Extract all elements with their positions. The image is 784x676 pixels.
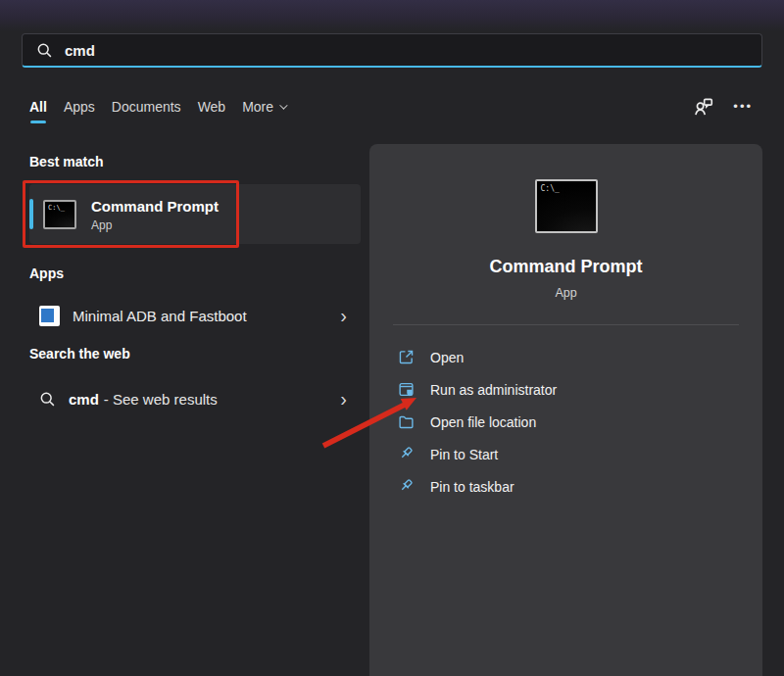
chevron-down-icon bbox=[279, 101, 287, 109]
tab-more[interactable]: More bbox=[242, 99, 285, 115]
windows-search-flyout: cmd All Apps Documents Web More ••• Best… bbox=[0, 0, 784, 676]
apps-header: Apps bbox=[29, 266, 64, 281]
best-match-app-name: Command Prompt bbox=[91, 197, 219, 216]
action-open-file-location[interactable]: Open file location bbox=[369, 406, 762, 438]
minimal-adb-app-icon bbox=[39, 306, 60, 326]
action-pin-to-start[interactable]: Pin to Start bbox=[369, 438, 762, 470]
tab-documents[interactable]: Documents bbox=[112, 99, 181, 115]
selection-accent-bar bbox=[29, 199, 33, 229]
command-prompt-icon-large: C:\_ bbox=[535, 179, 598, 233]
action-run-as-administrator[interactable]: Run as administrator bbox=[369, 373, 762, 406]
result-label: Minimal ADB and Fastboot bbox=[73, 308, 327, 324]
pin-icon bbox=[397, 446, 415, 463]
folder-icon bbox=[397, 413, 415, 431]
preview-app-name: Command Prompt bbox=[369, 257, 762, 277]
chevron-right-icon: › bbox=[340, 306, 347, 325]
preview-app-type: App bbox=[369, 286, 762, 300]
admin-shield-window-icon bbox=[397, 381, 415, 399]
best-match-app-type: App bbox=[91, 218, 219, 232]
search-input-value[interactable]: cmd bbox=[65, 42, 95, 59]
open-external-icon bbox=[397, 349, 415, 366]
best-match-header: Best match bbox=[29, 154, 103, 169]
header-icons: ••• bbox=[693, 94, 753, 120]
chevron-right-icon: › bbox=[340, 389, 347, 409]
search-input[interactable]: cmd bbox=[22, 33, 762, 68]
more-options-icon[interactable]: ••• bbox=[733, 94, 753, 120]
web-result-label: cmd- See web results bbox=[69, 391, 327, 408]
search-icon bbox=[39, 391, 56, 408]
search-icon bbox=[36, 42, 53, 59]
result-minimal-adb-and-fastboot[interactable]: Minimal ADB and Fastboot › bbox=[29, 297, 361, 334]
action-pin-to-taskbar[interactable]: Pin to taskbar bbox=[369, 470, 762, 503]
tab-web[interactable]: Web bbox=[198, 99, 226, 115]
search-the-web-header: Search the web bbox=[29, 346, 130, 362]
tab-apps[interactable]: Apps bbox=[64, 99, 95, 115]
filter-tabs: All Apps Documents Web More bbox=[29, 96, 285, 118]
desktop-background-band bbox=[0, 0, 784, 31]
divider bbox=[393, 324, 739, 325]
action-open[interactable]: Open bbox=[369, 341, 762, 373]
pin-icon bbox=[397, 478, 415, 496]
tab-all[interactable]: All bbox=[29, 99, 47, 115]
preview-panel: C:\_ Command Prompt App Open bbox=[369, 144, 762, 676]
account-options-icon[interactable] bbox=[693, 97, 713, 118]
context-actions: Open Run as administrator bbox=[369, 341, 762, 503]
command-prompt-icon: C:\_ bbox=[43, 200, 76, 229]
result-web-search-cmd[interactable]: cmd- See web results › bbox=[29, 380, 361, 417]
best-match-result-command-prompt[interactable]: C:\_ Command Prompt App bbox=[29, 184, 361, 244]
